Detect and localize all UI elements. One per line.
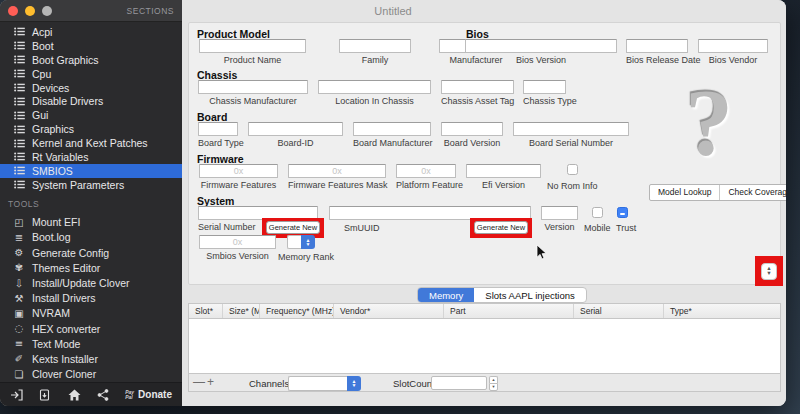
column-header-size-mb[interactable]: Size* (MB) [222, 304, 259, 318]
family-field[interactable] [339, 39, 411, 53]
donate-button[interactable]: Pay Pal Donate [125, 389, 172, 400]
column-header-type[interactable]: Type* [663, 304, 780, 318]
tool-item-label: Boot.log [32, 231, 71, 243]
location-in-chassis-field[interactable] [318, 80, 431, 94]
remove-row-button[interactable]: — [193, 375, 205, 389]
firmware-features-field[interactable] [199, 164, 278, 178]
generate-new-smuuid-button[interactable]: Generate New [474, 221, 528, 234]
sidebar-item-label: SMBIOS [32, 165, 73, 177]
firmware-features-mask-field[interactable] [288, 164, 386, 178]
sidebar-item-label: Rt Variables [32, 151, 88, 163]
tool-item-clover-cloner[interactable]: ❏Clover Cloner [0, 367, 182, 382]
sidebar-item-smbios[interactable]: SMBIOS [0, 164, 182, 178]
trust-checkbox[interactable] [617, 207, 628, 218]
channels-stepper-icon: ▲▼ [347, 376, 361, 391]
sidebar-item-kernel-and-kext-patches[interactable]: Kernel and Kext Patches [0, 136, 182, 150]
board-serial-number-field[interactable] [513, 122, 629, 136]
list-icon [14, 27, 25, 36]
chassis-asset-tag-field[interactable] [441, 80, 514, 94]
version-field[interactable] [541, 206, 578, 220]
sections-header: SECTIONS [127, 6, 174, 16]
import-config-icon[interactable] [10, 389, 23, 401]
panel-stepper-control[interactable]: ▲▼ [761, 263, 777, 280]
mouse-cursor [536, 245, 548, 265]
smbios-version-field[interactable] [199, 235, 276, 249]
tool-item-label: Text Mode [32, 338, 80, 350]
mount-efi-icon: ◰ [13, 217, 25, 228]
column-header-vendor[interactable]: Vendor* [333, 304, 443, 318]
bios-release-date-field[interactable] [626, 39, 688, 53]
sidebar-item-cpu[interactable]: Cpu [0, 67, 182, 81]
tool-item-nvram[interactable]: ▣NVRAM [0, 306, 182, 321]
tool-item-generate-config[interactable]: ⚙Generate Config [0, 245, 182, 260]
lookup-button-group: Model Lookup Check Coverage [649, 184, 786, 201]
slotcount-stepper[interactable]: ▲▼ [489, 376, 498, 390]
board-version-field[interactable] [441, 122, 503, 136]
tool-item-kexts-installer[interactable]: ✐Kexts Installer [0, 351, 182, 366]
sidebar-item-gui[interactable]: Gui [0, 108, 182, 122]
sidebar-item-graphics[interactable]: Graphics [0, 122, 182, 136]
trust-label: Trust [616, 223, 636, 233]
hex-converter-icon: ◌ [13, 323, 25, 334]
column-header-part[interactable]: Part [443, 304, 573, 318]
bios-version-field[interactable] [465, 39, 617, 53]
column-header-serial[interactable]: Serial [573, 304, 663, 318]
slotcount-label: SlotCount [393, 378, 435, 389]
channels-select[interactable]: ▲▼ [288, 376, 361, 391]
bios-vendor-label: Bios Vendor [698, 55, 768, 65]
tool-item-install-update-clover[interactable]: ⇩Install/Update Clover [0, 275, 182, 290]
zoom-button[interactable] [42, 6, 52, 16]
tool-item-mount-efi[interactable]: ◰Mount EFI [0, 215, 182, 230]
sidebar-item-acpi[interactable]: Acpi [0, 25, 182, 39]
sidebar-item-boot-graphics[interactable]: Boot Graphics [0, 53, 182, 67]
home-icon[interactable] [68, 389, 81, 401]
product-name-label: Product Name [199, 55, 306, 65]
tool-item-boot-log[interactable]: ≣Boot.log [0, 230, 182, 245]
tab-slots-aapl-injections[interactable]: Slots AAPL injections [474, 288, 585, 302]
sidebar-item-disable-drivers[interactable]: Disable Drivers [0, 94, 182, 108]
model-lookup-button[interactable]: Model Lookup [650, 185, 719, 200]
sidebar-item-label: System Parameters [32, 179, 124, 191]
mobile-checkbox[interactable] [592, 207, 603, 218]
check-coverage-button[interactable]: Check Coverage [719, 185, 786, 200]
column-header-frequency-mhz[interactable]: Frequency* (MHz) [259, 304, 333, 318]
add-row-button[interactable]: + [207, 375, 214, 389]
board-type-field[interactable] [198, 122, 238, 136]
export-config-icon[interactable] [39, 389, 51, 401]
tool-item-hex-converter[interactable]: ◌HEX converter [0, 321, 182, 336]
nvram-icon: ▣ [13, 308, 25, 319]
bios-vendor-field[interactable] [698, 39, 768, 53]
tab-memory[interactable]: Memory [418, 288, 474, 302]
generate-new-serial-button[interactable]: Generate New [266, 221, 320, 234]
board-id-field[interactable] [248, 122, 343, 136]
tool-item-text-mode[interactable]: ≡Text Mode [0, 336, 182, 351]
sidebar-item-devices[interactable]: Devices [0, 81, 182, 95]
memory-table-body[interactable] [189, 319, 780, 373]
memory-rank-select[interactable]: ▲▼ [287, 235, 315, 249]
sidebar-item-label: Disable Drivers [32, 95, 103, 107]
list-icon [14, 180, 25, 189]
no-rom-info-checkbox[interactable] [567, 164, 578, 175]
no-rom-info-label: No Rom Info [547, 181, 598, 191]
board-manufacturer-field[interactable] [353, 122, 431, 136]
product-name-field[interactable] [199, 39, 306, 53]
column-header-slot[interactable]: Slot* [189, 304, 222, 318]
list-icon [14, 111, 25, 120]
sidebar-item-boot[interactable]: Boot [0, 39, 182, 53]
channels-label: Channels [249, 378, 289, 389]
tool-item-install-drivers[interactable]: ⚒Install Drivers [0, 291, 182, 306]
sidebar-item-label: Acpi [32, 26, 52, 38]
chassis-type-field[interactable] [523, 80, 566, 94]
tool-item-themes-editor[interactable]: ✾Themes Editor [0, 260, 182, 275]
platform-feature-field[interactable] [396, 164, 456, 178]
main-area: Untitled Product Model Product Name Fami… [182, 0, 786, 406]
close-button[interactable] [8, 6, 18, 16]
share-icon[interactable] [97, 389, 109, 401]
tool-item-label: Generate Config [32, 247, 109, 259]
slotcount-field[interactable] [431, 376, 487, 390]
sidebar-item-system-parameters[interactable]: System Parameters [0, 178, 182, 192]
minimize-button[interactable] [25, 6, 35, 16]
efi-version-field[interactable] [466, 164, 541, 178]
chassis-manufacturer-field[interactable] [198, 80, 308, 94]
sidebar-item-rt-variables[interactable]: Rt Variables [0, 150, 182, 164]
